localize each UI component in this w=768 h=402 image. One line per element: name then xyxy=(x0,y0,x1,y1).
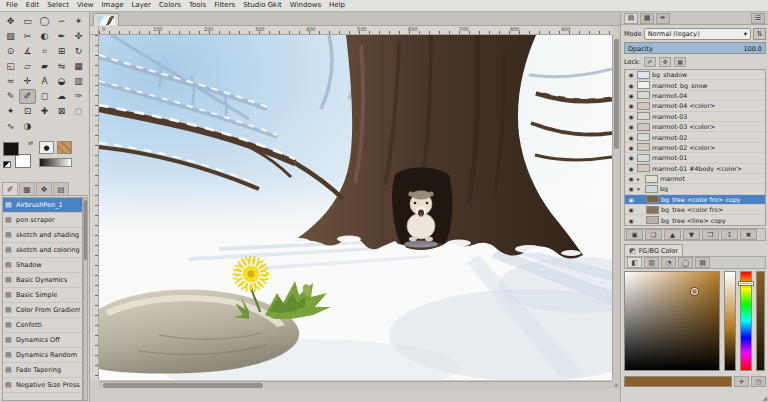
menu-studio-gkit[interactable]: Studio Gkit xyxy=(239,0,286,11)
tool-smudge[interactable]: ∿ xyxy=(2,119,19,134)
dynamics-item[interactable]: ▤Dynamics Off xyxy=(3,333,82,348)
saturation-value-square[interactable] xyxy=(624,271,720,371)
lock-pixels-icon[interactable]: ✐ xyxy=(644,57,656,67)
layer-visibility-icon[interactable]: ◉ xyxy=(627,206,635,213)
dock-tab-channels[interactable]: ▦ xyxy=(640,13,654,24)
tool-flip[interactable]: ⇋ xyxy=(53,59,70,74)
tool-ellipse-select[interactable]: ◯ xyxy=(36,14,53,29)
dock-tab-dock-menu[interactable]: ☰ xyxy=(751,13,765,24)
layers-new-layer-button[interactable]: ▣ xyxy=(626,229,643,240)
tool-warp-transform[interactable]: ≈ xyxy=(2,74,19,89)
ruler-corner[interactable] xyxy=(90,26,99,35)
layer-expander-icon[interactable]: ▾ xyxy=(637,186,643,192)
layer-row[interactable]: ◉marmot_bg_snow xyxy=(625,80,765,90)
tool-clone[interactable]: ⊡ xyxy=(19,104,36,119)
layer-row[interactable]: ◉▸marmot xyxy=(625,174,765,184)
menu-filters[interactable]: Filters xyxy=(210,0,239,11)
tool-foreground-select[interactable]: ◐ xyxy=(36,29,53,44)
color-reset-button[interactable]: ◳ xyxy=(751,376,766,387)
layer-visibility-icon[interactable]: ◉ xyxy=(627,102,635,109)
layer-row[interactable]: ◉marmot-03 <color> xyxy=(625,122,765,132)
color-marker[interactable] xyxy=(691,288,698,295)
alpha-strip[interactable] xyxy=(756,271,765,371)
tab-gimp-selector[interactable]: ◧ xyxy=(627,257,642,268)
menu-tools[interactable]: Tools xyxy=(185,0,210,11)
layer-visibility-icon[interactable]: ◉ xyxy=(627,217,635,224)
tool-eraser[interactable]: ◻ xyxy=(36,89,53,104)
tool-perspective[interactable]: ▰ xyxy=(36,59,53,74)
value-strip[interactable] xyxy=(724,271,736,371)
layers-duplicate-layer-button[interactable]: ❐ xyxy=(702,229,719,240)
layer-expander-icon[interactable]: ▸ xyxy=(637,176,643,182)
menu-view[interactable]: View xyxy=(73,0,98,11)
dynamics-item[interactable]: ▤Dynamics Random xyxy=(3,348,82,363)
dock-tab-dynamics[interactable]: ❖ xyxy=(36,182,52,195)
tool-scissors-select[interactable]: ✂ xyxy=(19,29,36,44)
tool-unified-transform[interactable]: ⊞ xyxy=(53,44,70,59)
dynamics-item[interactable]: ▤Shadow xyxy=(3,258,82,273)
tool-blur-sharpen[interactable]: ◌ xyxy=(70,104,87,119)
layer-row[interactable]: ◉marmot-02 xyxy=(625,132,765,142)
tab-wheel-selector[interactable]: ◯ xyxy=(678,257,693,268)
tab-watercolor-selector[interactable]: ◔ xyxy=(661,257,676,268)
foreground-color-swatch[interactable] xyxy=(3,142,19,156)
dynamics-item[interactable]: ▤Fade Tapering xyxy=(3,363,82,378)
dock-tab-brushes[interactable]: ▤ xyxy=(53,182,69,195)
layer-row[interactable]: ◉marmot-04 xyxy=(625,91,765,101)
lock-alpha-icon[interactable]: ▦ xyxy=(674,57,686,67)
layer-visibility-icon[interactable]: ◉ xyxy=(627,82,635,89)
scrollbar-thumb[interactable] xyxy=(84,200,87,260)
default-colors-icon[interactable] xyxy=(3,161,11,168)
tool-handle-transform[interactable]: ✛ xyxy=(19,74,36,89)
tool-fuzzy-select[interactable]: ✶ xyxy=(70,14,87,29)
tool-scale[interactable]: ◱ xyxy=(2,59,19,74)
layer-visibility-icon[interactable]: ◉ xyxy=(627,175,635,182)
layer-row[interactable]: ◉marmot-04 <color> xyxy=(625,101,765,111)
tool-mypaint-brush[interactable]: ✦ xyxy=(2,104,19,119)
navigation-button[interactable]: ✛ xyxy=(612,381,620,389)
layer-visibility-icon[interactable]: ◉ xyxy=(627,165,635,172)
layer-visibility-icon[interactable]: ◉ xyxy=(627,113,635,120)
image-tab[interactable] xyxy=(93,13,119,26)
tab-cmyk-selector[interactable]: ▥ xyxy=(644,257,659,268)
layer-row[interactable]: ◉marmot-01 xyxy=(625,153,765,163)
menu-help[interactable]: Help xyxy=(325,0,349,11)
dock-tab-tool-options[interactable]: ✐ xyxy=(2,182,18,195)
dynamics-item[interactable]: ▤AirbrushPen_1 xyxy=(3,198,82,213)
layers-raise-layer-button[interactable]: ▲ xyxy=(664,229,681,240)
swap-colors-icon[interactable]: ⇄ xyxy=(28,140,33,146)
dynamics-item[interactable]: ▤Confetti xyxy=(3,318,82,333)
layer-row[interactable]: ◉marmot-03 xyxy=(625,112,765,122)
layer-row[interactable]: ◉bg_tree <line> copy xyxy=(625,215,765,225)
tool-paths[interactable]: ✒ xyxy=(53,29,70,44)
dynamics-item[interactable]: ▤Basic Dynamics xyxy=(3,273,82,288)
color-dock-tab[interactable]: ◩ FG/BG Color xyxy=(624,244,683,256)
tool-shear[interactable]: ▱ xyxy=(19,59,36,74)
layer-visibility-icon[interactable]: ◉ xyxy=(627,92,635,99)
dynamics-item[interactable]: ▤sketch and coloring pen xyxy=(3,243,82,258)
layer-visibility-icon[interactable]: ◉ xyxy=(627,144,635,151)
layer-visibility-icon[interactable]: ◉ xyxy=(627,185,635,192)
canvas-vertical-scrollbar[interactable] xyxy=(612,35,620,380)
tool-cage-transform[interactable]: ▦ xyxy=(70,59,87,74)
hue-strip[interactable] xyxy=(740,271,752,371)
layers-lower-layer-button[interactable]: ▼ xyxy=(683,229,700,240)
dynamics-item[interactable]: ▤sketch and shading ink xyxy=(3,228,82,243)
layer-visibility-icon[interactable]: ◉ xyxy=(627,123,635,130)
layer-row[interactable]: ◉▾bg xyxy=(625,184,765,194)
dock-tab-layers[interactable]: ▤ xyxy=(624,13,638,24)
canvas-horizontal-scrollbar[interactable] xyxy=(99,381,612,389)
dynamics-item[interactable]: ▤Negative Size Pressure xyxy=(3,378,82,393)
layer-row[interactable]: ◉bg_tree <color fro> copy xyxy=(625,195,765,205)
tool-paintbrush[interactable]: ✐ xyxy=(19,89,36,104)
layers-anchor-layer-button[interactable]: ↧ xyxy=(721,229,738,240)
fg-bg-color-widget[interactable]: ⇄ xyxy=(3,140,33,168)
layers-delete-layer-button[interactable]: ✖ xyxy=(740,229,757,240)
tool-move[interactable]: ✥ xyxy=(2,14,19,29)
menu-edit[interactable]: Edit xyxy=(22,0,44,11)
canvas[interactable] xyxy=(99,35,612,380)
menu-colors[interactable]: Colors xyxy=(155,0,185,11)
menu-select[interactable]: Select xyxy=(43,0,73,11)
menu-image[interactable]: Image xyxy=(98,0,128,11)
tool-select-by-color[interactable]: ▧ xyxy=(2,29,19,44)
